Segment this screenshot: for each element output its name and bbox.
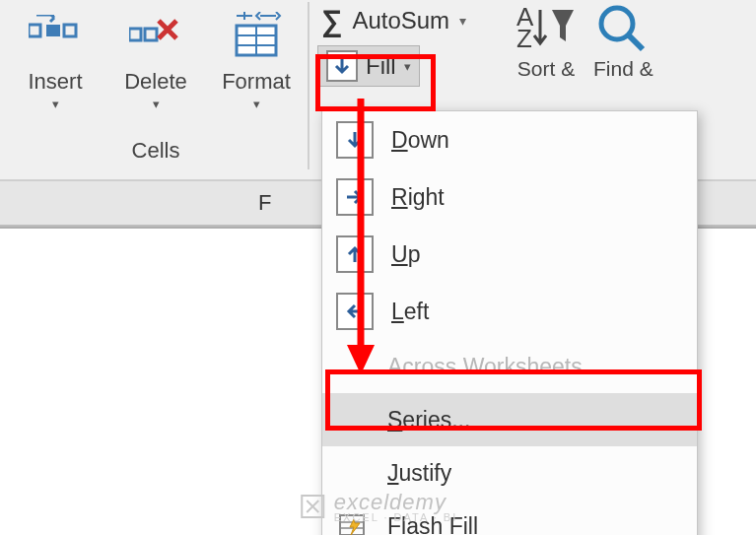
insert-cells-icon <box>29 8 82 63</box>
autosum-label: AutoSum <box>352 7 449 34</box>
cells-group-items: Insert ▾ Delete ▾ <box>10 2 302 113</box>
delete-label: Delete <box>124 69 187 95</box>
insert-label: Insert <box>28 69 82 95</box>
svg-rect-1 <box>46 25 60 36</box>
format-label: Format <box>222 69 291 95</box>
delete-button[interactable]: Delete ▾ <box>110 6 201 113</box>
menu-label: Down <box>391 127 449 154</box>
svg-rect-2 <box>64 25 76 36</box>
sort-label: Sort & <box>517 57 575 81</box>
watermark-tagline: EXCEL · DATA · BI <box>334 511 458 523</box>
sort-filter-button[interactable]: A Z Sort & <box>516 2 576 81</box>
chevron-down-icon: ▾ <box>253 97 260 111</box>
menu-label: Justify <box>387 460 451 487</box>
svg-rect-3 <box>129 29 141 40</box>
annotation-redbox-fill <box>315 54 436 111</box>
annotation-arrow <box>345 99 384 379</box>
cells-group: Insert ▾ Delete ▾ <box>4 2 309 169</box>
editing-icons-group: A Z Sort & Find & <box>516 2 653 81</box>
watermark: exceldemy EXCEL · DATA · BI <box>299 490 458 523</box>
format-button[interactable]: Format ▾ <box>211 6 302 113</box>
column-header-f[interactable]: F <box>258 190 271 216</box>
delete-cells-icon <box>129 8 182 63</box>
cells-group-label: Cells <box>132 138 180 169</box>
sort-filter-icon: A Z <box>516 2 576 53</box>
menu-label: Left <box>391 299 429 325</box>
svg-rect-0 <box>29 25 40 36</box>
menu-label: Up <box>391 241 420 268</box>
svg-line-12 <box>629 35 643 49</box>
find-label: Find & <box>593 57 653 81</box>
find-select-button[interactable]: Find & <box>593 2 653 81</box>
chevron-down-icon: ▾ <box>153 97 160 111</box>
search-icon <box>595 2 651 53</box>
chevron-down-icon: ▾ <box>459 13 466 29</box>
menu-label: Right <box>391 184 445 211</box>
chevron-down-icon: ▾ <box>52 97 59 111</box>
annotation-redbox-series <box>325 369 702 431</box>
blank-icon <box>336 456 370 490</box>
svg-rect-4 <box>145 29 157 40</box>
watermark-logo-icon <box>299 493 326 520</box>
sigma-icon: ∑ <box>321 4 342 37</box>
svg-text:Z: Z <box>516 24 532 53</box>
svg-point-11 <box>601 8 633 39</box>
insert-button[interactable]: Insert ▾ <box>10 6 101 113</box>
format-cells-icon <box>231 8 282 63</box>
